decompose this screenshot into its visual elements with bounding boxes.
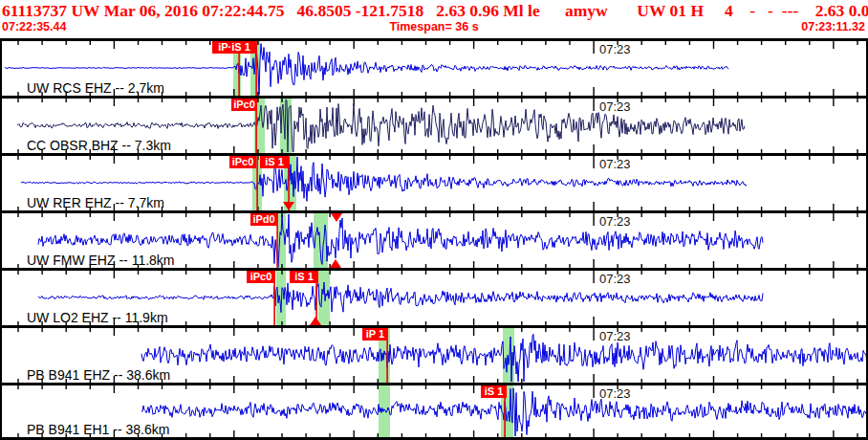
station-label: UW LO2 EHZ -- 11.9km [27, 310, 168, 325]
left-border [0, 385, 2, 437]
phase-pick-label[interactable]: iS 1 [481, 385, 507, 398]
top-tick-marks [18, 385, 857, 398]
window-end-time: 07:23:11.32 [801, 20, 865, 33]
phase-pick-label[interactable]: iPc0 [231, 99, 257, 111]
station-label: CC OBSR BHZ -- 7.3km [27, 138, 171, 153]
trace-panel: 07:23 UW RCS EHZ -- 2.7km iP·iS 1 07:23 … [0, 38, 868, 440]
top-tick-marks [18, 156, 857, 168]
left-border [0, 99, 2, 153]
top-tick-marks [18, 271, 857, 283]
top-tick-marks [18, 213, 857, 226]
station-label: UW RER EHZ -- 7.7km [27, 195, 164, 210]
phase-pick-label[interactable]: iPc0 [229, 156, 256, 168]
phase-pick-label[interactable]: iPd0 [250, 213, 277, 226]
trace-row: 07:23 PB B941 EHZ -- 38.6km iP 1 [0, 325, 868, 383]
pick-uncertainty-band [379, 385, 390, 437]
minute-label: 07:23 [599, 42, 631, 56]
phase-pick-label[interactable]: iP 1 [362, 328, 388, 341]
phase-pick-line[interactable] [256, 156, 258, 210]
phase-pick-label[interactable]: iPc0 [247, 271, 275, 283]
trace-row: 07:23 UW FMW EHZ -- 11.8km iPd0 [0, 210, 868, 268]
timespan-label: Timespan= 36 s [0, 20, 868, 33]
top-tick-marks [18, 41, 857, 54]
left-border [0, 156, 2, 210]
left-border [0, 271, 2, 325]
phase-pick-label[interactable]: iS 1 [290, 271, 318, 283]
trace-row: 07:23 UW LO2 EHZ -- 11.9km iPc0iS 1 [0, 268, 868, 325]
event-summary-line: 61113737 UW Mar 06, 2016 07:22:44.75 46.… [2, 1, 868, 21]
minute-label: 07:23 [599, 272, 631, 286]
pick-flag-triangle[interactable] [330, 259, 341, 268]
station-label: UW FMW EHZ -- 11.8km [27, 253, 175, 268]
minute-label: 07:23 [599, 157, 631, 171]
top-tick-marks [18, 328, 857, 341]
trace-row: 07:23 UW RCS EHZ -- 2.7km iP·iS 1 [0, 38, 868, 96]
pick-uncertainty-band [318, 271, 330, 325]
trace-row: 07:23 PB B941 EH1 -- 38.6km iS 1 [0, 383, 868, 440]
minute-label: 07:23 [599, 99, 631, 114]
event-header: 61113737 UW Mar 06, 2016 07:22:44.75 46.… [0, 0, 868, 38]
left-border [0, 328, 2, 383]
minute-label: 07:23 [599, 329, 631, 343]
phase-pick-label[interactable]: iS 1 [260, 156, 289, 168]
top-tick-marks [18, 99, 857, 111]
left-border [0, 213, 2, 268]
time-axis-header: 07:22:35.44 Timespan= 36 s 07:23:11.32 [0, 20, 868, 35]
minute-label: 07:23 [599, 386, 631, 401]
seismogram-trace [38, 282, 763, 313]
station-label: PB B941 EH1 -- 38.6km [27, 422, 169, 437]
station-label: UW RCS EHZ -- 2.7km [27, 80, 164, 96]
minute-label: 07:23 [599, 214, 631, 229]
trace-row: 07:23 CC OBSR BHZ -- 7.3km iPc0 [0, 96, 868, 153]
phase-pick-label[interactable]: iP·iS 1 [212, 41, 256, 54]
trace-row: 07:23 UW RER EHZ -- 7.7km iPc0iS 1 [0, 153, 868, 210]
left-border [0, 41, 2, 96]
station-label: PB B941 EHZ -- 38.6km [27, 367, 170, 383]
